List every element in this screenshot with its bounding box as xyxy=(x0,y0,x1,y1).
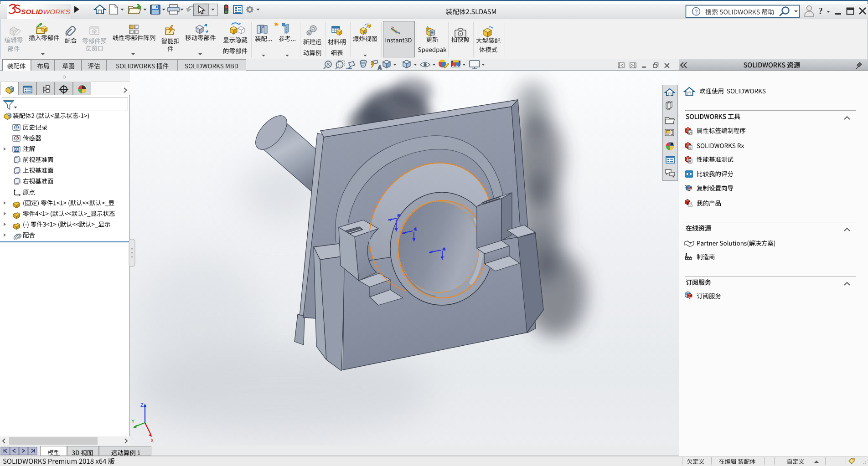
svg-text:X: X xyxy=(150,438,154,443)
svg-text:Z: Z xyxy=(140,402,144,408)
svg-text:Y: Y xyxy=(131,419,135,424)
